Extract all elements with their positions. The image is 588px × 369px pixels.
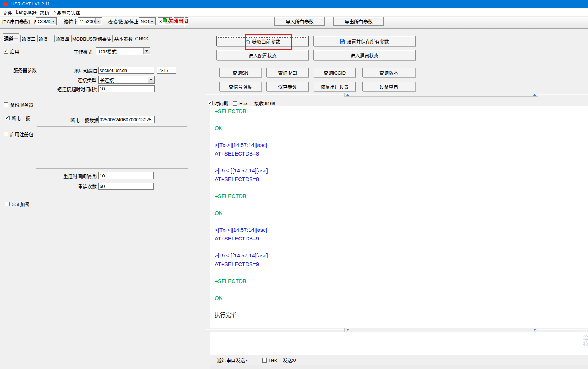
tab-channel-4[interactable]: 通道四 (54, 35, 70, 42)
tab-gnss[interactable]: GNSS (135, 35, 149, 42)
baud-select[interactable]: 115200 (78, 17, 102, 25)
send-hex-label: Hex (269, 357, 277, 363)
save-params-button[interactable]: 保存参数 (266, 82, 309, 91)
ssl-checkbox[interactable] (5, 202, 10, 206)
menu-help[interactable]: 帮助 (40, 9, 49, 16)
com-port-select[interactable]: COM3 (36, 17, 57, 25)
titlebar: USR-CAT1 V1.2.11 (0, 0, 588, 8)
query-imei-button[interactable]: 查询IMEI (266, 68, 309, 77)
log-line: AT+SELECTDB=8 (215, 175, 588, 184)
query-iccid-button[interactable]: 查询ICCID (314, 68, 356, 77)
menubar: 文件 Language 帮助 产品型号选择 (0, 8, 588, 16)
log-splitter-handle[interactable] (344, 93, 538, 97)
conn-type-select[interactable]: 长连接 (98, 76, 155, 84)
export-params-button[interactable]: 导出所有参数 (333, 17, 384, 26)
collapse-up-icon (533, 94, 536, 96)
parity-label: 检验/数据/停止 (108, 19, 138, 24)
sent-count: 发送:0 (283, 357, 296, 363)
timestamp-checkbox[interactable] (208, 101, 213, 105)
power-off-report-label: 断电上报 (12, 116, 30, 121)
log-line: +SELECTDB: (215, 192, 588, 201)
server-address-input[interactable] (98, 67, 154, 74)
tab-channel-1[interactable]: 通道一 (3, 33, 19, 43)
set-save-all-button[interactable]: 设置并保存所有参数 (313, 36, 416, 46)
log-line: >[Tx->][14:57:14][asc] (215, 141, 588, 149)
menu-language[interactable]: Language (16, 9, 37, 15)
factory-reset-button[interactable]: 恢复出厂设置 (314, 82, 356, 91)
send-input-area[interactable] (210, 332, 588, 355)
collapse-down-icon (533, 329, 536, 331)
tab-modbus-poll[interactable]: MODBUS轮询采集 (71, 35, 113, 42)
work-mode-label: 工作模式 (74, 49, 92, 55)
reconnect-interval-label: 重连时间间隔(秒) (63, 174, 99, 179)
enable-label: 启用 (10, 49, 19, 54)
addr-port-label: 地址和端口 (74, 68, 97, 74)
device-reboot-button[interactable]: 设备重启 (362, 82, 415, 91)
power-off-report-checkbox[interactable] (5, 116, 10, 120)
log-line (215, 132, 588, 141)
splitter-dots (351, 330, 532, 330)
query-signal-button[interactable]: 查信号强度 (219, 82, 261, 91)
send-splitter-handle[interactable] (344, 328, 538, 332)
reg-packet-checkbox[interactable] (4, 132, 8, 136)
import-params-button[interactable]: 导入所有参数 (274, 17, 325, 26)
log-line (215, 285, 588, 294)
timestamp-label: 时间戳 (214, 101, 228, 106)
log-line: +SELECTDB: (215, 277, 588, 285)
collapse-down-icon (346, 329, 349, 331)
server-params-label: 服务器参数 (13, 68, 37, 73)
reconnect-times-input[interactable] (98, 183, 154, 190)
tab-channel-2[interactable]: 通道二 (20, 35, 36, 42)
recv-hex-checkbox[interactable] (233, 101, 237, 106)
menu-file[interactable]: 文件 (3, 9, 12, 16)
edge-vertical-text: 洽转 (583, 335, 588, 346)
chevron-down-icon (245, 360, 248, 361)
send-hex-checkbox[interactable] (262, 358, 267, 363)
query-sn-button[interactable]: 查询SN (219, 68, 261, 77)
save-icon (340, 39, 345, 44)
recv-hex-label: Hex (239, 101, 247, 106)
reconnect-times-label: 重连次数 (78, 184, 97, 189)
toolbar-separator (184, 17, 184, 27)
enter-config-button[interactable]: 进入配置状态 (216, 50, 309, 60)
collapse-up-icon (346, 94, 349, 96)
tab-basic-params[interactable]: 基本参数 (114, 35, 133, 42)
recv-count: 接收:6168 (254, 101, 275, 106)
get-current-params-button[interactable]: 获取当前参数 (216, 36, 309, 46)
log-line: AT+SELECTDB=9 (215, 260, 588, 269)
query-version-button[interactable]: 查询版本 (362, 68, 415, 77)
log-line (215, 243, 588, 252)
short-conn-timeout-label: 短连接超时时间(秒) (57, 87, 98, 92)
parity-select[interactable]: NONI (139, 17, 156, 25)
log-line (215, 116, 588, 124)
reconnect-interval-input[interactable] (98, 172, 154, 179)
tab-channel-3[interactable]: 通道三 (37, 35, 53, 42)
work-mode-select[interactable]: TCP模式 (96, 47, 150, 55)
enter-comm-button[interactable]: 进入通讯状态 (313, 50, 416, 60)
send-via-serial-dropdown[interactable]: 通过串口发送 (217, 357, 245, 363)
log-output[interactable]: +SELECTDB: OK >[Tx->][14:57:14][asc]AT+S… (210, 106, 588, 328)
server-port-input[interactable] (157, 67, 176, 74)
short-conn-timeout-input[interactable] (98, 85, 155, 92)
log-line (215, 217, 588, 226)
log-line: >[Rx<-][14:57:14][asc] (215, 166, 588, 175)
send-toolbar (210, 355, 588, 365)
backup-server-label: 备份服务器 (10, 102, 33, 108)
power-off-data-input[interactable] (98, 116, 155, 123)
menu-product-model[interactable]: 产品型号选择 (52, 9, 80, 16)
splitter-dots (351, 95, 532, 95)
app-window: { "window": { "title": "USR-CAT1 V1.2.11… (0, 0, 588, 369)
log-line (215, 268, 588, 277)
log-line (215, 302, 588, 311)
log-line (215, 158, 588, 167)
chevron-down-icon (95, 18, 101, 24)
conn-type-label: 连接类型 (78, 78, 96, 83)
app-logo-icon (3, 2, 8, 6)
port-open-led-icon (163, 18, 167, 22)
backup-server-checkbox[interactable] (4, 102, 8, 107)
enable-checkbox[interactable] (4, 49, 8, 54)
close-port-button[interactable]: 关闭串口 (168, 18, 188, 24)
log-line: >[Rx<-][14:57:14][asc] (215, 251, 588, 260)
window-title: USR-CAT1 V1.2.11 (11, 1, 50, 6)
baud-label: 波特率 (64, 19, 78, 24)
